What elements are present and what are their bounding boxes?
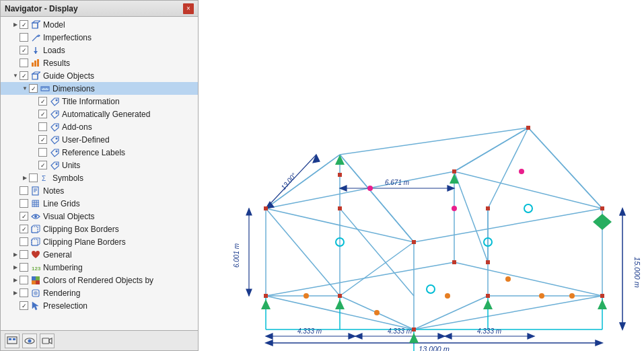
checkbox-units[interactable]: [38, 161, 47, 169]
checkbox-ref-labels[interactable]: [38, 148, 47, 157]
svg-marker-55: [49, 338, 52, 344]
tree-item-preselection[interactable]: Preselection: [1, 299, 198, 312]
view-button-2[interactable]: [22, 334, 37, 348]
expand-arrow[interactable]: [11, 276, 20, 284]
checkbox-auto-gen[interactable]: [38, 110, 47, 118]
tree-item-label: Colors of Rendered Objects by: [43, 276, 153, 285]
tree-container: ModelImperfectionsLoadsResultsGuide Obje…: [1, 17, 198, 330]
svg-marker-1: [32, 21, 40, 23]
svg-rect-24: [32, 187, 38, 195]
checkbox-line-grids[interactable]: [20, 199, 28, 208]
checkbox-general[interactable]: [20, 250, 28, 259]
svg-rect-138: [486, 294, 490, 298]
tree-item-notes[interactable]: Notes: [1, 184, 198, 197]
svg-point-148: [539, 293, 544, 299]
svg-rect-8: [32, 74, 38, 79]
tree-item-general[interactable]: General: [1, 248, 198, 261]
checkbox-preselection[interactable]: [20, 301, 28, 310]
tree-item-auto-gen[interactable]: Automatically Generated: [1, 108, 198, 120]
close-button[interactable]: ×: [183, 3, 194, 14]
checkbox-visual-objects[interactable]: [20, 212, 28, 221]
checkbox-add-ons[interactable]: [38, 122, 47, 131]
icon-cursor: [30, 301, 41, 311]
navigator-panel: Navigator - Display × ModelImperfections…: [0, 0, 199, 351]
checkbox-colors-rendered[interactable]: [20, 276, 28, 284]
icon-symbol: Σ: [40, 173, 50, 184]
tree-item-label: User-Defined: [62, 135, 110, 145]
svg-point-163: [519, 169, 524, 174]
tree-item-line-grids[interactable]: Line Grids: [1, 197, 198, 210]
checkbox-clipping-plane[interactable]: [20, 237, 28, 246]
tree-item-label: Model: [43, 20, 65, 30]
checkbox-dimensions[interactable]: [29, 84, 38, 93]
tree-item-rendering[interactable]: Rendering: [1, 286, 198, 299]
3d-viewport: 13.000 m 4.333 m 4.333 m 4.333 m 15.000 …: [199, 0, 644, 351]
tree-item-add-ons[interactable]: Add-ons: [1, 120, 198, 133]
icon-box: [30, 224, 41, 235]
svg-rect-137: [338, 294, 342, 298]
svg-point-164: [452, 206, 457, 211]
tree-item-label: General: [43, 250, 72, 260]
checkbox-notes[interactable]: [20, 186, 28, 195]
tree-item-ref-labels[interactable]: Reference Labels: [1, 146, 198, 159]
checkbox-numbering[interactable]: [20, 263, 28, 272]
view-button-3[interactable]: [40, 334, 55, 348]
expand-arrow[interactable]: [11, 251, 20, 259]
tree-item-colors-rendered[interactable]: Colors of Rendered Objects by: [1, 274, 198, 286]
tree-item-guide-objects[interactable]: Guide Objects: [1, 69, 198, 82]
icon-tag: [49, 134, 60, 145]
svg-rect-42: [32, 276, 36, 280]
checkbox-symbols[interactable]: [29, 173, 38, 182]
tree-item-user-defined[interactable]: User-Defined: [1, 133, 198, 146]
tree-item-results[interactable]: Results: [1, 56, 198, 69]
checkbox-imperfections[interactable]: [20, 33, 28, 42]
svg-text:123: 123: [32, 266, 40, 272]
tree-item-visual-objects[interactable]: Visual Objects: [1, 210, 198, 223]
expand-arrow: [30, 110, 38, 118]
svg-rect-43: [36, 276, 40, 280]
checkbox-title-info[interactable]: [38, 97, 47, 106]
svg-point-162: [367, 186, 373, 191]
expand-arrow[interactable]: [21, 174, 29, 182]
svg-rect-5: [32, 63, 34, 67]
tree-item-label: Clipping Plane Borders: [43, 237, 126, 247]
tree-item-units[interactable]: Units: [1, 159, 198, 171]
svg-rect-136: [452, 169, 456, 173]
svg-rect-50: [9, 338, 11, 340]
expand-arrow[interactable]: [11, 264, 20, 272]
svg-text:4.333 m: 4.333 m: [477, 327, 501, 335]
checkbox-guide-objects[interactable]: [20, 71, 28, 80]
tree-item-symbols[interactable]: ΣSymbols: [1, 171, 198, 184]
svg-point-21: [56, 150, 58, 152]
checkbox-clipping-box[interactable]: [20, 225, 28, 233]
checkbox-loads[interactable]: [20, 46, 28, 54]
svg-rect-131: [600, 294, 604, 298]
expand-arrow[interactable]: [11, 289, 20, 297]
svg-point-47: [34, 291, 38, 295]
tree-item-dimensions[interactable]: Dimensions: [1, 82, 198, 95]
expand-arrow[interactable]: [11, 72, 20, 80]
expand-arrow[interactable]: [21, 85, 29, 93]
expand-arrow: [11, 59, 20, 67]
tree-item-clipping-plane[interactable]: Clipping Plane Borders: [1, 235, 198, 248]
checkbox-results[interactable]: [20, 58, 28, 67]
tree-item-model[interactable]: Model: [1, 18, 198, 31]
checkbox-user-defined[interactable]: [38, 135, 47, 144]
tree-item-imperfections[interactable]: Imperfections: [1, 31, 198, 44]
svg-text:15.000 m: 15.000 m: [633, 257, 641, 288]
svg-rect-129: [264, 294, 268, 298]
tree-item-clipping-box[interactable]: Clipping Box Borders: [1, 223, 198, 235]
expand-arrow[interactable]: [11, 21, 20, 29]
svg-rect-141: [486, 260, 490, 264]
expand-arrow: [11, 225, 20, 233]
tree-item-loads[interactable]: Loads: [1, 44, 198, 56]
view-button-1[interactable]: [5, 334, 20, 348]
icon-arrow: [30, 45, 41, 56]
svg-point-22: [56, 163, 58, 165]
tree-item-title-info[interactable]: Title Information: [1, 95, 198, 108]
icon-eye: [30, 211, 41, 222]
tree-item-numbering[interactable]: 123Numbering: [1, 261, 198, 274]
checkbox-model[interactable]: [20, 20, 28, 29]
icon-heart: [30, 249, 41, 260]
checkbox-rendering[interactable]: [20, 288, 28, 297]
